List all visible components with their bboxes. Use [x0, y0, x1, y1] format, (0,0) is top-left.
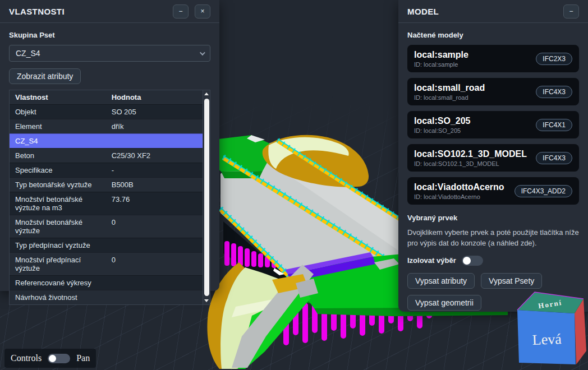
property-value-cell: dřík [112, 122, 197, 131]
column-header-name: Vlastnost [15, 93, 112, 101]
model-id: ID: local:small_road [414, 94, 485, 101]
model-card[interactable]: local:SO102.1_3D_MODELID: local:SO102.1_… [407, 144, 579, 172]
property-name-cell: Množství betonářské výztuže na m3 [15, 195, 112, 212]
toggle-knob [463, 257, 471, 265]
selected-element-description: Dvojklikem vyberte prvek a poté použijte… [407, 228, 579, 249]
console-action-button[interactable]: Vypsat geometrii [407, 295, 481, 311]
property-value-cell: - [112, 166, 197, 174]
table-row[interactable]: BetonC25/30 XF2 [10, 148, 203, 163]
table-row[interactable]: Typ předpínací vyztuže [10, 238, 203, 252]
loaded-models-label: Načtené modely [407, 31, 579, 39]
model-card[interactable]: local:SO_205ID: local:SO_205IFC4X1 [407, 111, 579, 138]
model-meta: local:SO_205ID: local:SO_205 [414, 115, 471, 134]
properties-table: Vlastnost Hodnota ObjektSO 205Elementdří… [9, 90, 210, 305]
model-meta: local:ViadottoAcernoID: local:ViadottoAc… [414, 182, 504, 200]
model-name: local:ViadottoAcerno [414, 182, 504, 193]
property-name-cell: Beton [15, 151, 112, 160]
table-row[interactable]: Specifikace- [10, 163, 203, 177]
schema-badge: IFC4X3 [536, 86, 572, 98]
property-value-cell [112, 241, 197, 249]
column-header-value: Hodnota [112, 93, 141, 101]
property-name-cell: Element [15, 122, 112, 131]
table-row[interactable]: Referencované výkresy [10, 275, 203, 290]
show-attributes-button[interactable]: Zobrazit atributy [9, 68, 81, 84]
property-name-cell: Návrhová životnost [15, 293, 112, 302]
selected-element-title: Vybraný prvek [407, 214, 579, 222]
property-value-cell: SO 205 [112, 108, 197, 116]
model-meta: local:sampleID: local:sample [414, 49, 468, 68]
property-value-cell: 0 [112, 218, 197, 235]
table-row[interactable]: Typ betonářské vyztužeB500B [10, 177, 203, 192]
properties-panel-title: VLASTNOSTI [9, 7, 65, 16]
property-value-cell: B500B [112, 181, 197, 189]
model-id: ID: local:sample [414, 61, 468, 68]
property-name-cell: Množství betonářské výztuže [15, 218, 112, 235]
property-value-cell [112, 137, 197, 145]
controls-bar: Controls Pan [4, 349, 96, 368]
property-value-cell [112, 293, 197, 302]
property-value-cell [112, 279, 197, 287]
scrollbar-thumb[interactable] [204, 99, 209, 296]
property-name-cell: Typ betonářské vyztuže [15, 181, 112, 189]
property-name-cell: Specifikace [15, 166, 112, 174]
model-card[interactable]: local:sampleID: local:sampleIFC2X3 [407, 45, 579, 72]
model-name: local:SO102.1_3D_MODEL [414, 149, 527, 160]
console-action-button[interactable]: Vypsat atributy [407, 273, 475, 289]
isolate-selection-toggle[interactable] [462, 256, 483, 266]
table-scrollbar[interactable] [203, 90, 210, 304]
table-row[interactable]: Elementdřík [10, 119, 203, 133]
model-list: local:sampleID: local:sampleIFC2X3local:… [407, 45, 579, 205]
property-name-cell: CZ_S4 [15, 137, 112, 145]
properties-panel-header: VLASTNOSTI − × [0, 0, 219, 23]
chevron-down-icon [200, 50, 205, 55]
table-row[interactable]: CZ_S4 [10, 133, 203, 148]
console-action-button[interactable]: Vypsat Psety [481, 273, 542, 289]
model-card[interactable]: local:ViadottoAcernoID: local:ViadottoAc… [407, 177, 579, 205]
model-card[interactable]: local:small_roadID: local:small_roadIFC4… [407, 78, 579, 105]
isolate-selection-label: Izolovat výběr [407, 256, 456, 265]
model-id: ID: local:ViadottoAcerno [414, 193, 504, 200]
properties-table-rows: ObjektSO 205ElementdříkCZ_S4BetonC25/30 … [10, 104, 203, 304]
navigation-cube[interactable]: Horní Levá [509, 288, 588, 370]
model-meta: local:SO102.1_3D_MODELID: local:SO102.1_… [414, 149, 527, 167]
property-value-cell: C25/30 XF2 [112, 151, 197, 160]
table-row[interactable]: Množství betonářské výztuže0 [10, 215, 203, 238]
schema-badge: IFC4X3 [536, 152, 572, 164]
table-header: Vlastnost Hodnota [10, 90, 203, 104]
pset-group-label: Skupina Pset [9, 31, 210, 39]
minimize-button[interactable]: − [563, 4, 579, 18]
model-panel-header: MODEL − [398, 0, 588, 23]
model-meta: local:small_roadID: local:small_road [414, 82, 485, 101]
schema-badge: IFC4X1 [536, 119, 572, 131]
toggle-knob [49, 355, 56, 362]
cube-left-label: Levá [532, 331, 562, 348]
pset-group-select[interactable]: CZ_S4 [9, 45, 210, 62]
properties-panel: VLASTNOSTI − × Skupina Pset CZ_S4 Zobraz… [0, 0, 219, 291]
property-name-cell: Množství předpínací výztuže [15, 256, 112, 272]
property-name-cell: Objekt [15, 108, 112, 116]
table-row[interactable]: Množství betonářské výztuže na m373.76 [10, 192, 203, 215]
model-name: local:sample [414, 49, 468, 61]
property-name-cell: Referencované výkresy [15, 279, 112, 287]
scroll-up-icon[interactable] [203, 90, 210, 98]
minimize-button[interactable]: − [173, 4, 189, 18]
schema-badge: IFC4X3_ADD2 [514, 185, 572, 197]
model-name: local:small_road [414, 82, 485, 94]
property-value-cell: 73.76 [112, 195, 197, 212]
property-name-cell: Typ předpínací vyztuže [15, 241, 112, 249]
schema-badge: IFC2X3 [536, 53, 572, 65]
pset-group-selected-value: CZ_S4 [16, 49, 40, 58]
model-panel: MODEL − Načtené modely local:sampleID: l… [398, 0, 588, 312]
controls-mode-label: Pan [76, 353, 90, 363]
table-row[interactable]: Množství předpínací výztuže0 [10, 252, 203, 275]
table-row[interactable]: Návrhová životnost [10, 290, 203, 304]
model-id: ID: local:SO_205 [414, 127, 471, 134]
scroll-down-icon[interactable] [203, 297, 210, 304]
controls-mode-toggle[interactable] [48, 354, 70, 363]
model-name: local:SO_205 [414, 115, 471, 127]
model-id: ID: local:SO102.1_3D_MODEL [414, 160, 527, 167]
close-button[interactable]: × [195, 4, 210, 18]
model-panel-title: MODEL [407, 7, 439, 16]
table-row[interactable]: ObjektSO 205 [10, 104, 203, 119]
property-value-cell: 0 [112, 256, 197, 272]
